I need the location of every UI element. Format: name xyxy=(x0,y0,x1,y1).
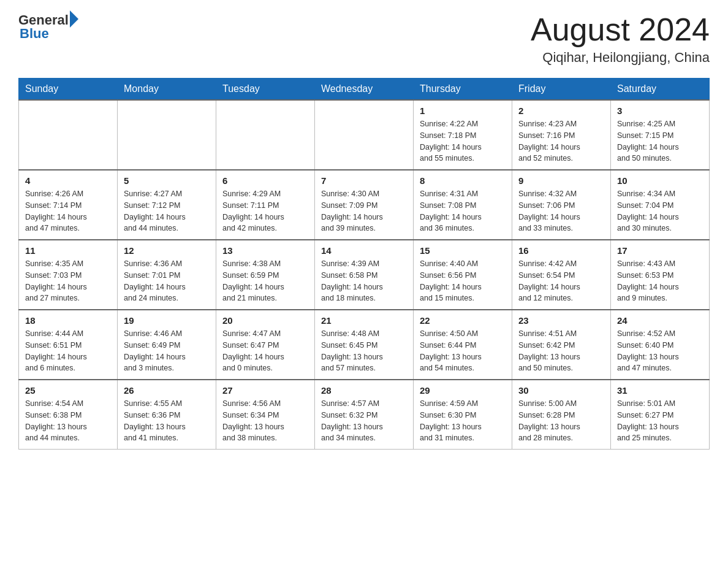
day-number: 24 xyxy=(617,315,703,326)
calendar-cell-0 xyxy=(19,100,118,170)
day-number: 16 xyxy=(518,245,604,256)
calendar-cell-10: 7Sunrise: 4:30 AM Sunset: 7:09 PM Daylig… xyxy=(315,170,414,240)
day-info: Sunrise: 4:26 AM Sunset: 7:14 PM Dayligh… xyxy=(25,188,111,234)
calendar-cell-7: 4Sunrise: 4:26 AM Sunset: 7:14 PM Daylig… xyxy=(19,170,118,240)
header-tuesday: Tuesday xyxy=(216,79,315,101)
day-info: Sunrise: 4:36 AM Sunset: 7:01 PM Dayligh… xyxy=(124,258,210,304)
week-row-3: 11Sunrise: 4:35 AM Sunset: 7:03 PM Dayli… xyxy=(19,240,710,310)
calendar-cell-13: 10Sunrise: 4:34 AM Sunset: 7:04 PM Dayli… xyxy=(611,170,710,240)
calendar-cell-1 xyxy=(118,100,216,170)
day-info: Sunrise: 4:31 AM Sunset: 7:08 PM Dayligh… xyxy=(420,188,506,234)
month-title: August 2024 xyxy=(531,12,710,47)
calendar-cell-29: 26Sunrise: 4:55 AM Sunset: 6:36 PM Dayli… xyxy=(118,380,216,450)
day-info: Sunrise: 4:32 AM Sunset: 7:06 PM Dayligh… xyxy=(518,188,604,234)
day-info: Sunrise: 4:46 AM Sunset: 6:49 PM Dayligh… xyxy=(124,328,210,374)
day-number: 22 xyxy=(420,315,506,326)
day-number: 9 xyxy=(518,175,604,186)
day-info: Sunrise: 4:25 AM Sunset: 7:15 PM Dayligh… xyxy=(617,118,703,164)
day-number: 17 xyxy=(617,245,703,256)
day-number: 13 xyxy=(222,245,308,256)
day-number: 18 xyxy=(25,315,111,326)
day-info: Sunrise: 4:35 AM Sunset: 7:03 PM Dayligh… xyxy=(25,258,111,304)
day-info: Sunrise: 4:50 AM Sunset: 6:44 PM Dayligh… xyxy=(420,328,506,374)
header-sunday: Sunday xyxy=(19,79,118,101)
logo-triangle-icon xyxy=(70,10,78,28)
logo-blue: Blue xyxy=(20,26,78,42)
day-number: 21 xyxy=(321,315,407,326)
day-info: Sunrise: 4:29 AM Sunset: 7:11 PM Dayligh… xyxy=(222,188,308,234)
calendar-cell-8: 5Sunrise: 4:27 AM Sunset: 7:12 PM Daylig… xyxy=(118,170,216,240)
day-info: Sunrise: 4:40 AM Sunset: 6:56 PM Dayligh… xyxy=(420,258,506,304)
day-number: 26 xyxy=(124,385,210,396)
day-info: Sunrise: 4:39 AM Sunset: 6:58 PM Dayligh… xyxy=(321,258,407,304)
day-number: 12 xyxy=(124,245,210,256)
weekday-header-row: Sunday Monday Tuesday Wednesday Thursday… xyxy=(19,79,710,101)
header-monday: Monday xyxy=(118,79,216,101)
day-number: 31 xyxy=(617,385,703,396)
header-friday: Friday xyxy=(512,79,611,101)
week-row-1: 1Sunrise: 4:22 AM Sunset: 7:18 PM Daylig… xyxy=(19,100,710,170)
calendar-cell-9: 6Sunrise: 4:29 AM Sunset: 7:11 PM Daylig… xyxy=(216,170,315,240)
day-number: 27 xyxy=(222,385,308,396)
calendar-cell-32: 29Sunrise: 4:59 AM Sunset: 6:30 PM Dayli… xyxy=(414,380,512,450)
day-info: Sunrise: 4:54 AM Sunset: 6:38 PM Dayligh… xyxy=(25,398,111,444)
calendar-cell-19: 16Sunrise: 4:42 AM Sunset: 6:54 PM Dayli… xyxy=(512,240,611,310)
day-info: Sunrise: 4:22 AM Sunset: 7:18 PM Dayligh… xyxy=(420,118,506,164)
day-number: 6 xyxy=(222,175,308,186)
day-info: Sunrise: 4:38 AM Sunset: 6:59 PM Dayligh… xyxy=(222,258,308,304)
day-number: 2 xyxy=(518,105,604,116)
day-info: Sunrise: 4:42 AM Sunset: 6:54 PM Dayligh… xyxy=(518,258,604,304)
day-number: 1 xyxy=(420,105,506,116)
calendar-cell-17: 14Sunrise: 4:39 AM Sunset: 6:58 PM Dayli… xyxy=(315,240,414,310)
day-info: Sunrise: 4:57 AM Sunset: 6:32 PM Dayligh… xyxy=(321,398,407,444)
day-number: 15 xyxy=(420,245,506,256)
day-number: 3 xyxy=(617,105,703,116)
calendar-cell-15: 12Sunrise: 4:36 AM Sunset: 7:01 PM Dayli… xyxy=(118,240,216,310)
day-number: 10 xyxy=(617,175,703,186)
logo: General Blue xyxy=(18,12,78,42)
calendar-cell-30: 27Sunrise: 4:56 AM Sunset: 6:34 PM Dayli… xyxy=(216,380,315,450)
location-subtitle: Qiqihar, Heilongjiang, China xyxy=(531,50,710,66)
day-info: Sunrise: 4:30 AM Sunset: 7:09 PM Dayligh… xyxy=(321,188,407,234)
calendar-cell-26: 23Sunrise: 4:51 AM Sunset: 6:42 PM Dayli… xyxy=(512,310,611,380)
calendar-cell-21: 18Sunrise: 4:44 AM Sunset: 6:51 PM Dayli… xyxy=(19,310,118,380)
day-number: 23 xyxy=(518,315,604,326)
page-header: General Blue August 2024 Qiqihar, Heilon… xyxy=(18,12,710,66)
header-thursday: Thursday xyxy=(414,79,512,101)
day-number: 19 xyxy=(124,315,210,326)
day-number: 25 xyxy=(25,385,111,396)
calendar-cell-27: 24Sunrise: 4:52 AM Sunset: 6:40 PM Dayli… xyxy=(611,310,710,380)
day-info: Sunrise: 4:52 AM Sunset: 6:40 PM Dayligh… xyxy=(617,328,703,374)
day-number: 4 xyxy=(25,175,111,186)
calendar-cell-34: 31Sunrise: 5:01 AM Sunset: 6:27 PM Dayli… xyxy=(611,380,710,450)
day-info: Sunrise: 4:59 AM Sunset: 6:30 PM Dayligh… xyxy=(420,398,506,444)
calendar-cell-25: 22Sunrise: 4:50 AM Sunset: 6:44 PM Dayli… xyxy=(414,310,512,380)
day-number: 11 xyxy=(25,245,111,256)
week-row-4: 18Sunrise: 4:44 AM Sunset: 6:51 PM Dayli… xyxy=(19,310,710,380)
title-area: August 2024 Qiqihar, Heilongjiang, China xyxy=(531,12,710,66)
day-info: Sunrise: 4:51 AM Sunset: 6:42 PM Dayligh… xyxy=(518,328,604,374)
calendar-cell-18: 15Sunrise: 4:40 AM Sunset: 6:56 PM Dayli… xyxy=(414,240,512,310)
day-info: Sunrise: 5:01 AM Sunset: 6:27 PM Dayligh… xyxy=(617,398,703,444)
calendar-cell-22: 19Sunrise: 4:46 AM Sunset: 6:49 PM Dayli… xyxy=(118,310,216,380)
calendar-cell-3 xyxy=(315,100,414,170)
day-number: 29 xyxy=(420,385,506,396)
calendar-cell-12: 9Sunrise: 4:32 AM Sunset: 7:06 PM Daylig… xyxy=(512,170,611,240)
day-info: Sunrise: 4:56 AM Sunset: 6:34 PM Dayligh… xyxy=(222,398,308,444)
week-row-5: 25Sunrise: 4:54 AM Sunset: 6:38 PM Dayli… xyxy=(19,380,710,450)
calendar-cell-6: 3Sunrise: 4:25 AM Sunset: 7:15 PM Daylig… xyxy=(611,100,710,170)
calendar-cell-23: 20Sunrise: 4:47 AM Sunset: 6:47 PM Dayli… xyxy=(216,310,315,380)
day-info: Sunrise: 4:44 AM Sunset: 6:51 PM Dayligh… xyxy=(25,328,111,374)
calendar-cell-4: 1Sunrise: 4:22 AM Sunset: 7:18 PM Daylig… xyxy=(414,100,512,170)
day-number: 14 xyxy=(321,245,407,256)
day-info: Sunrise: 4:34 AM Sunset: 7:04 PM Dayligh… xyxy=(617,188,703,234)
header-wednesday: Wednesday xyxy=(315,79,414,101)
day-number: 30 xyxy=(518,385,604,396)
calendar-cell-20: 17Sunrise: 4:43 AM Sunset: 6:53 PM Dayli… xyxy=(611,240,710,310)
day-info: Sunrise: 4:27 AM Sunset: 7:12 PM Dayligh… xyxy=(124,188,210,234)
day-number: 7 xyxy=(321,175,407,186)
day-info: Sunrise: 4:55 AM Sunset: 6:36 PM Dayligh… xyxy=(124,398,210,444)
header-saturday: Saturday xyxy=(611,79,710,101)
day-number: 5 xyxy=(124,175,210,186)
day-info: Sunrise: 4:47 AM Sunset: 6:47 PM Dayligh… xyxy=(222,328,308,374)
